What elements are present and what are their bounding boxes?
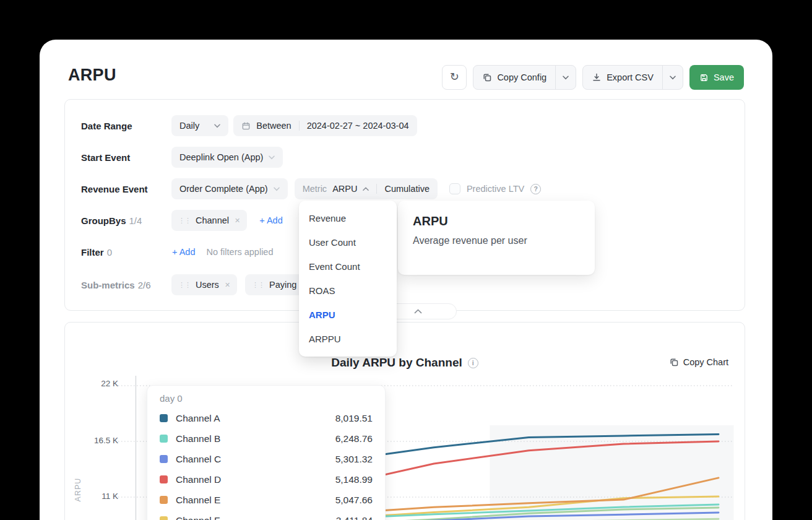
filter-label: Filter xyxy=(81,247,104,258)
predictive-ltv-option: Predictive LTV ? xyxy=(449,183,541,194)
granularity-value: Daily xyxy=(179,121,199,131)
submetrics-row: Sub-metrics2/6 ⋮⋮ Users ✕ ⋮⋮ Paying User… xyxy=(81,274,728,295)
tooltip-header: day 0 xyxy=(160,393,373,404)
metric-dropdown-menu: Revenue User Count Event Count ROAS ARPU… xyxy=(299,201,397,357)
between-label: Between xyxy=(256,121,291,131)
copy-chart-button[interactable]: Copy Chart xyxy=(669,357,728,367)
groupbys-label: GroupBys xyxy=(81,215,126,226)
start-event-row: Start Event Deeplink Open (App) xyxy=(81,147,728,168)
chevron-down-icon xyxy=(214,124,220,128)
granularity-select[interactable]: Daily xyxy=(171,115,228,136)
export-csv-label: Export CSV xyxy=(607,72,654,82)
copy-icon xyxy=(669,357,679,367)
info-circle-icon[interactable]: i xyxy=(468,358,478,368)
submetric-chip-label: Users xyxy=(196,280,219,290)
series-label: Channel F xyxy=(176,515,220,520)
chevron-down-icon xyxy=(563,76,569,80)
date-range-value: 2024-02-27 ~ 2024-03-04 xyxy=(307,121,409,131)
series-swatch xyxy=(160,435,168,443)
export-csv-caret[interactable] xyxy=(662,66,683,89)
save-icon xyxy=(699,73,709,82)
series-swatch xyxy=(160,516,168,520)
close-icon[interactable]: ✕ xyxy=(235,217,240,225)
question-circle-icon[interactable]: ? xyxy=(530,184,541,194)
export-csv-button[interactable]: Export CSV xyxy=(583,66,662,89)
tooltip-row: Channel C 5,301.32 xyxy=(160,449,373,469)
metric-select[interactable]: Metric ARPU Cumulative xyxy=(295,178,438,199)
export-csv-button-group: Export CSV xyxy=(582,65,683,90)
tooltip-row: Channel F 3,411.84 xyxy=(160,510,373,520)
refresh-button[interactable]: ↻ xyxy=(442,65,467,90)
metric-option-revenue[interactable]: Revenue xyxy=(299,206,397,230)
series-label: Channel E xyxy=(176,495,220,506)
series-value: 5,047.66 xyxy=(335,495,373,506)
metric-info-card: ARPU Average revenue per user xyxy=(398,201,595,275)
groupby-chip-channel[interactable]: ⋮⋮ Channel ✕ xyxy=(171,210,247,231)
series-value: 8,019.51 xyxy=(335,413,373,424)
drag-handle-icon[interactable]: ⋮⋮ xyxy=(178,282,191,288)
metric-option-arppu[interactable]: ARPPU xyxy=(299,327,397,351)
tooltip-row: Channel B 6,248.76 xyxy=(160,428,373,449)
predictive-ltv-checkbox[interactable] xyxy=(449,183,460,194)
metric-option-arpu[interactable]: ARPU xyxy=(299,303,397,327)
filter-empty-text: No filters applied xyxy=(207,247,274,257)
series-label: Channel A xyxy=(176,413,220,424)
cumulative-toggle[interactable]: Cumulative xyxy=(384,184,430,194)
drag-handle-icon[interactable]: ⋮⋮ xyxy=(178,217,191,224)
date-range-label: Date Range xyxy=(81,121,132,131)
series-swatch xyxy=(160,414,168,422)
calendar-icon xyxy=(241,121,251,131)
start-event-select[interactable]: Deeplink Open (App) xyxy=(171,147,283,168)
start-event-value: Deeplink Open (App) xyxy=(179,152,263,162)
revenue-event-select[interactable]: Order Complete (App) xyxy=(171,178,288,199)
filter-add-button[interactable]: + Add xyxy=(172,247,196,257)
header-actions: ↻ Copy Config Export CSV xyxy=(442,65,744,90)
filter-count: 0 xyxy=(107,247,112,258)
metric-option-user-count[interactable]: User Count xyxy=(299,230,397,254)
tooltip-row: Channel D 5,148.99 xyxy=(160,469,373,490)
refresh-icon: ↻ xyxy=(450,71,459,82)
chevron-down-icon xyxy=(274,187,280,191)
series-label: Channel D xyxy=(176,474,221,485)
revenue-event-row: Revenue Event Order Complete (App) Metri… xyxy=(81,178,728,199)
groupbys-add-button[interactable]: + Add xyxy=(259,215,283,225)
copy-config-button[interactable]: Copy Config xyxy=(473,66,555,89)
chart-title: Daily ARPU by Channel xyxy=(331,356,462,370)
metric-option-event-count[interactable]: Event Count xyxy=(299,254,397,279)
series-value: 5,148.99 xyxy=(335,474,373,485)
metric-label: Metric xyxy=(303,184,327,194)
submetric-chip-users[interactable]: ⋮⋮ Users ✕ xyxy=(171,274,237,295)
revenue-event-value: Order Complete (App) xyxy=(179,184,268,194)
series-label: Channel B xyxy=(176,433,220,444)
chevron-down-icon xyxy=(670,76,676,80)
chevron-up-icon xyxy=(414,309,422,314)
copy-config-caret[interactable] xyxy=(555,66,576,89)
metric-value: ARPU xyxy=(332,184,357,194)
drag-handle-icon[interactable]: ⋮⋮ xyxy=(252,282,264,288)
metric-option-roas[interactable]: ROAS xyxy=(299,279,397,303)
groupbys-count: 1/4 xyxy=(129,215,142,226)
date-range-picker[interactable]: Between 2024-02-27 ~ 2024-03-04 xyxy=(233,115,417,136)
copy-config-label: Copy Config xyxy=(497,72,546,82)
series-swatch xyxy=(160,475,168,483)
tooltip-row: Channel A 8,019.51 xyxy=(160,408,373,428)
submetrics-count: 2/6 xyxy=(138,280,151,290)
start-event-label: Start Event xyxy=(81,152,130,163)
metric-info-title: ARPU xyxy=(413,214,580,228)
series-value: 3,411.84 xyxy=(336,515,373,520)
series-value: 6,248.76 xyxy=(335,433,373,444)
metric-info-description: Average revenue per user xyxy=(413,235,580,246)
predictive-ltv-label: Predictive LTV xyxy=(467,184,524,194)
close-icon[interactable]: ✕ xyxy=(225,281,230,289)
download-icon xyxy=(592,72,602,82)
copy-chart-label: Copy Chart xyxy=(683,357,728,367)
revenue-event-label: Revenue Event xyxy=(81,184,148,194)
save-button[interactable]: Save xyxy=(689,65,744,90)
series-label: Channel C xyxy=(176,454,221,465)
page-title: ARPU xyxy=(68,66,116,85)
series-value: 5,301.32 xyxy=(335,454,373,465)
chevron-down-icon xyxy=(269,155,275,160)
date-range-row: Date Range Daily Between 2024-02-27 ~ 20… xyxy=(81,115,728,136)
series-swatch xyxy=(160,496,168,504)
submetrics-label: Sub-metrics xyxy=(81,280,135,290)
